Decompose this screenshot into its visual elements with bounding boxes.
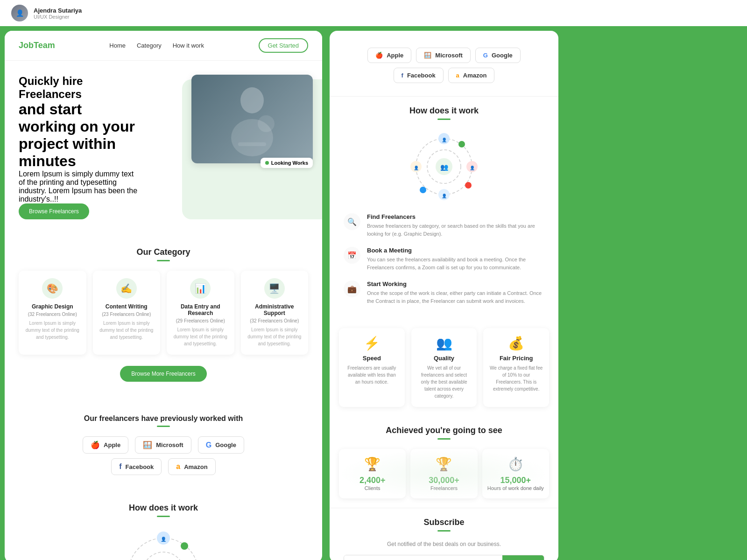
how-step-1: 📅 Book a Meeting You can see the freelan… <box>344 247 544 271</box>
svg-point-33 <box>420 187 426 193</box>
how-underline-right <box>437 119 451 120</box>
category-card-0[interactable]: 🎨 Graphic Design (32 Freelancers Online)… <box>19 271 86 355</box>
category-name-0: Graphic Design <box>24 303 81 310</box>
browse-more-button[interactable]: Browse More Freelancers <box>120 366 206 382</box>
right-apple-label: Apple <box>387 52 403 59</box>
top-bar: 👤 Ajendra Sutariya UI/UX Designer <box>0 0 747 26</box>
navbar: JobTeam Home Category How it work Get St… <box>5 31 322 61</box>
partners-title: Our freelancers have previously worked w… <box>84 414 243 423</box>
clients-label: Clients <box>344 485 401 491</box>
right-logos-row1: 🍎 Apple 🪟 Microsoft G Google <box>339 38 549 68</box>
svg-point-0 <box>240 87 264 113</box>
nav-category[interactable]: Category <box>137 42 162 49</box>
hero-tagline: Quickly hire Freelancers <box>19 75 140 101</box>
subscribe-email-input[interactable] <box>344 555 502 560</box>
freelancers-num: 30,000+ <box>415 476 472 485</box>
how-step-desc-1: You can see the freelancers availability… <box>367 256 544 271</box>
partner-microsoft[interactable]: 🪟 Microsoft <box>135 436 191 454</box>
pricing-title: Fair Pricing <box>489 355 543 362</box>
partner-logos-row2: f Facebook a Amazon <box>19 458 308 475</box>
clients-num: 2,400+ <box>344 476 401 485</box>
nav-home[interactable]: Home <box>109 42 126 49</box>
right-microsoft-label: Microsoft <box>435 52 463 59</box>
svg-point-32 <box>465 182 472 189</box>
right-microsoft-icon: 🪟 <box>424 52 431 59</box>
category-card-2[interactable]: 📊 Data Entry and Research (29 Freelancer… <box>167 271 234 355</box>
category-count-0: (32 Freelancers Online) <box>24 312 81 317</box>
how-title-left: How does it work <box>129 503 198 513</box>
clients-icon: 🏆 <box>344 456 401 472</box>
subscribe-button[interactable]: Subscribe <box>502 555 544 560</box>
achieve-freelancers: 🏆 30,000+ Freelancers <box>410 449 477 498</box>
amazon-label: Amazon <box>184 463 208 470</box>
quality-icon: 👥 <box>417 336 472 351</box>
svg-text:👤: 👤 <box>442 137 447 143</box>
nav-how[interactable]: How it work <box>173 42 204 49</box>
how-underline-left <box>157 516 170 517</box>
how-title-block-right: How does it work <box>344 106 544 120</box>
partner-facebook[interactable]: f Facebook <box>111 458 162 475</box>
get-started-button[interactable]: Get Started <box>259 38 308 53</box>
category-title-block: Our Category <box>19 247 308 261</box>
category-name-2: Data Entry and Research <box>172 303 229 316</box>
microsoft-label: Microsoft <box>156 441 183 448</box>
right-apple[interactable]: 🍎 Apple <box>367 48 411 63</box>
category-count-1: (23 Freelancers Online) <box>99 312 155 317</box>
category-desc-0: Lorem Ipsum is simply dummy text of the … <box>24 320 81 341</box>
facebook-label: Facebook <box>126 463 154 470</box>
svg-rect-3 <box>238 142 266 146</box>
hours-icon: ⏱️ <box>487 456 544 472</box>
category-title: Our Category <box>136 247 190 257</box>
category-section: Our Category 🎨 Graphic Design (32 Freela… <box>5 229 322 400</box>
category-icon-0: 🎨 <box>42 278 63 299</box>
right-microsoft[interactable]: 🪟 Microsoft <box>416 48 471 63</box>
category-card-1[interactable]: ✍️ Content Writing (23 Freelancers Onlin… <box>93 271 161 355</box>
achieve-underline <box>437 438 451 440</box>
right-facebook[interactable]: f Facebook <box>394 68 444 83</box>
right-amazon-icon: a <box>456 72 459 79</box>
right-google[interactable]: G Google <box>475 48 521 63</box>
title-underline <box>157 260 170 261</box>
book-meeting-icon: 📅 <box>344 247 360 264</box>
avatar: 👤 <box>11 5 28 21</box>
value-pricing: 💰 Fair Pricing We charge a fixed flat fe… <box>483 328 549 407</box>
subscribe-title-block: Subscribe <box>344 518 544 532</box>
amazon-icon: a <box>176 462 180 471</box>
apple-label: Apple <box>104 441 120 448</box>
how-step-desc-2: Once the scope of the work is clear, eit… <box>367 289 544 305</box>
google-icon: G <box>206 441 211 449</box>
browse-freelancers-button[interactable]: Browse Freelancers <box>19 203 89 219</box>
value-speed: ⚡ Speed Freelancers are usually availabl… <box>339 328 405 407</box>
svg-text:👤: 👤 <box>414 165 419 171</box>
logo: JobTeam <box>19 41 55 50</box>
pricing-icon: 💰 <box>489 336 543 351</box>
partner-amazon[interactable]: a Amazon <box>168 458 215 475</box>
how-step-title-2: Start Working <box>367 280 544 287</box>
speed-desc: Freelancers are usually available with l… <box>345 364 399 385</box>
pricing-desc: We charge a fixed flat fee of 10% to our… <box>489 364 543 392</box>
category-card-3[interactable]: 🖥️ Administrative Support (32 Freelancer… <box>241 271 309 355</box>
hero-photo <box>191 75 313 163</box>
achieve-clients: 🏆 2,400+ Clients <box>339 449 406 498</box>
svg-text:👤: 👤 <box>470 165 475 171</box>
partner-google[interactable]: G Google <box>198 436 244 454</box>
orbit-diagram-right: 👥 👤 👤 👤 👤 <box>344 129 544 204</box>
right-amazon[interactable]: a Amazon <box>448 68 495 83</box>
partner-apple[interactable]: 🍎 Apple <box>83 436 128 454</box>
svg-point-31 <box>458 141 465 147</box>
right-google-icon: G <box>483 52 488 59</box>
how-step-0: 🔍 Find Freelancers Browse freelancers by… <box>344 213 544 238</box>
category-desc-2: Lorem Ipsum is simply dummy text of the … <box>172 326 229 347</box>
right-facebook-label: Facebook <box>407 72 436 79</box>
quality-desc: We vet all of our freelancers and select… <box>417 364 472 399</box>
how-step-text-2: Start Working Once the scope of the work… <box>367 280 544 305</box>
right-panel: 🍎 Apple 🪟 Microsoft G Google <box>330 31 558 560</box>
find-freelancers-icon: 🔍 <box>344 213 360 230</box>
subscribe-underline <box>437 530 451 532</box>
how-step-text-0: Find Freelancers Browse freelancers by c… <box>367 213 544 238</box>
user-info: Ajendra Sutariya UI/UX Designer <box>34 7 82 20</box>
speed-title: Speed <box>345 355 399 362</box>
category-icon-1: ✍️ <box>116 278 137 299</box>
hero-heading: and start working on your project within… <box>19 101 140 170</box>
user-name: Ajendra Sutariya <box>34 7 82 14</box>
